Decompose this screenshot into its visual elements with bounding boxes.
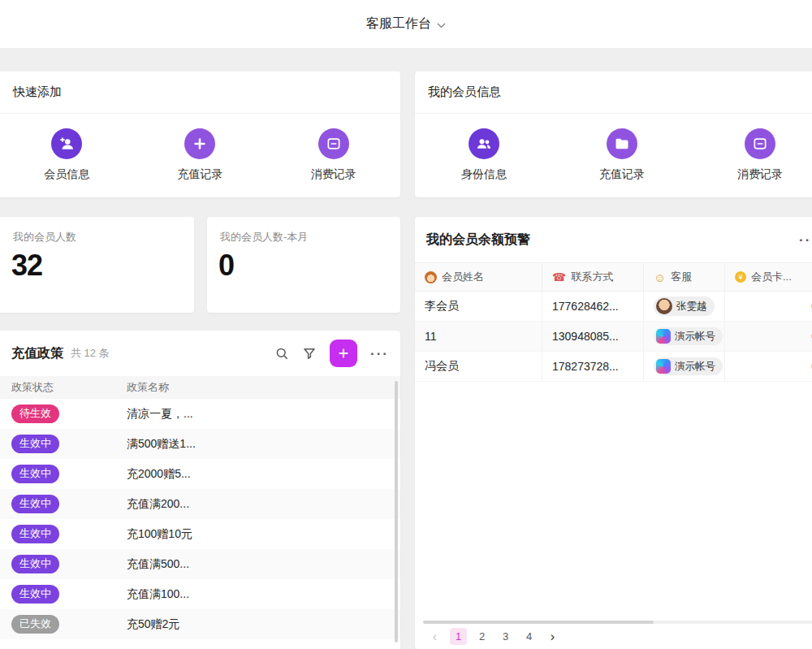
member-add-icon [51, 128, 82, 159]
status-badge: 待生效 [11, 405, 59, 422]
table-row[interactable]: 冯会员 178273728... 演示帐号 0 [415, 352, 812, 382]
balance-warning-card: 我的会员余额预警 会员姓名 ☎ 联系方式 ☺ 客服 ¥ 会员卡... 李会员 1… [415, 217, 812, 649]
agent-name: 演示帐号 [675, 360, 715, 374]
demo-account-logo [656, 359, 671, 374]
warning-card-header: 我的会员余额预警 [415, 217, 812, 262]
policy-table-header: 政策状态 政策名称 [0, 376, 400, 399]
stat-value: 32 [0, 244, 194, 283]
horizontal-scrollbar[interactable] [423, 621, 812, 624]
search-icon[interactable] [274, 346, 289, 361]
policy-name: 充值满200... [127, 497, 400, 512]
member-phone: 177628462... [542, 292, 644, 321]
shortcut-label: 会员信息 [44, 167, 89, 182]
shortcut-consume-record[interactable]: 消费记录 [311, 128, 356, 182]
folder-icon [607, 128, 637, 159]
agent-name: 演示帐号 [675, 330, 715, 344]
top-bar: 客服工作台 [0, 0, 812, 49]
status-badge: 生效中 [11, 525, 59, 543]
money-icon: ¥ [735, 271, 746, 283]
more-icon[interactable] [370, 347, 389, 361]
pagination-page-2[interactable]: 2 [473, 628, 490, 645]
table-row[interactable]: 生效中 充值满200... [0, 489, 400, 519]
table-row[interactable]: 已失效 充50赠2元 [0, 609, 400, 639]
status-badge: 生效中 [11, 465, 59, 482]
recharge-policy-card: 充值政策 共 12 条 政策状态 政策名称 [0, 331, 400, 649]
shortcut-consume-record[interactable]: 消费记录 [737, 128, 783, 182]
member-phone: 130948085... [542, 322, 644, 351]
phone-icon: ☎ [552, 271, 566, 283]
shortcut-label: 消费记录 [311, 167, 356, 182]
warning-title: 我的会员余额预警 [426, 231, 530, 249]
card-icon [745, 128, 775, 159]
page-title[interactable]: 客服工作台 [366, 15, 431, 32]
plus-icon [184, 128, 215, 159]
policy-name: 充值满500... [127, 557, 400, 572]
status-badge: 生效中 [11, 555, 59, 573]
pagination-page-4[interactable]: 4 [520, 628, 538, 645]
quick-add-shortcuts: 会员信息 充值记录 消费记录 [0, 114, 400, 182]
table-row[interactable]: 生效中 满500赠送1... [0, 429, 400, 459]
column-header-phone[interactable]: ☎ 联系方式 [542, 263, 644, 291]
agent-name: 张雯越 [676, 300, 707, 314]
pagination-page-1[interactable]: 1 [450, 628, 467, 645]
column-header-member-name[interactable]: 会员姓名 [415, 263, 542, 291]
table-row[interactable]: 生效中 充100赠10元 [0, 519, 400, 549]
agent-chip[interactable]: 演示帐号 [654, 357, 723, 375]
policy-name: 充100赠10元 [127, 527, 400, 542]
pagination: ‹ 1 2 3 4 › [426, 628, 561, 645]
agent-chip[interactable]: 演示帐号 [654, 327, 723, 345]
member-balance: 0 [725, 352, 812, 381]
member-info-title: 我的会员信息 [415, 71, 812, 114]
table-row[interactable]: 生效中 充值满100... [0, 579, 400, 609]
policy-count: 共 12 条 [71, 346, 110, 361]
policy-table-body: 待生效 清凉一夏，... 生效中 满500赠送1... 生效中 充2000赠5.… [0, 399, 400, 639]
agent-chip[interactable]: 张雯越 [654, 296, 715, 316]
member-info-shortcuts: 身份信息 充值记录 消费记录 [415, 114, 812, 182]
chevron-down-icon[interactable] [437, 23, 446, 28]
quick-add-title: 快速添加 [0, 71, 400, 114]
shortcut-recharge-record[interactable]: 充值记录 [599, 128, 645, 182]
add-record-button[interactable] [330, 340, 357, 367]
vertical-scrollbar[interactable] [395, 381, 398, 643]
stat-card-members-month[interactable]: 我的会员人数-本月 0 [207, 217, 400, 313]
pagination-next-icon[interactable]: › [544, 628, 561, 645]
horizontal-scrollbar-thumb[interactable] [423, 621, 654, 624]
column-header-agent[interactable]: ☺ 客服 [644, 263, 725, 291]
status-badge: 生效中 [11, 435, 59, 452]
table-row[interactable]: 11 130948085... 演示帐号 0 [415, 322, 812, 352]
member-name: 11 [415, 322, 542, 351]
status-badge: 生效中 [11, 585, 59, 603]
shortcut-label: 充值记录 [177, 167, 222, 182]
member-balance: 0 [725, 292, 812, 321]
filter-icon[interactable] [302, 346, 317, 361]
shortcut-label: 充值记录 [599, 167, 645, 182]
table-row[interactable]: 待生效 清凉一夏，... [0, 399, 400, 429]
people-icon [469, 128, 499, 159]
column-header-name[interactable]: 政策名称 [127, 380, 400, 395]
column-label: 会员姓名 [442, 270, 484, 284]
member-phone: 178273728... [542, 352, 644, 381]
pagination-prev-icon[interactable]: ‹ [426, 628, 443, 645]
column-header-card-balance[interactable]: ¥ 会员卡... [725, 263, 812, 291]
pagination-page-3[interactable]: 3 [497, 628, 514, 645]
column-label: 联系方式 [571, 270, 613, 284]
warning-table-body: 李会员 177628462... 张雯越 0 11 130948085... 演… [415, 292, 812, 382]
stat-label: 我的会员人数-本月 [207, 217, 400, 244]
column-label: 会员卡... [751, 270, 792, 284]
shortcut-identity-info[interactable]: 身份信息 [461, 128, 507, 182]
shortcut-recharge-record[interactable]: 充值记录 [177, 128, 222, 182]
avatar [656, 298, 672, 314]
smiley-icon: ☺ [654, 271, 666, 283]
policy-name: 充50赠2元 [127, 617, 400, 632]
column-label: 客服 [671, 270, 692, 284]
table-row[interactable]: 生效中 充值满500... [0, 549, 400, 579]
policy-title: 充值政策 [11, 345, 63, 362]
stat-card-members[interactable]: 我的会员人数 32 [0, 217, 194, 313]
shortcut-member-info[interactable]: 会员信息 [44, 128, 89, 182]
table-row[interactable]: 生效中 充2000赠5... [0, 459, 400, 489]
policy-name: 充值满100... [127, 587, 400, 602]
table-row[interactable]: 李会员 177628462... 张雯越 0 [415, 292, 812, 322]
column-header-status[interactable]: 政策状态 [0, 380, 127, 395]
member-info-card: 我的会员信息 身份信息 充值记录 [415, 71, 812, 197]
more-icon[interactable] [799, 233, 812, 247]
